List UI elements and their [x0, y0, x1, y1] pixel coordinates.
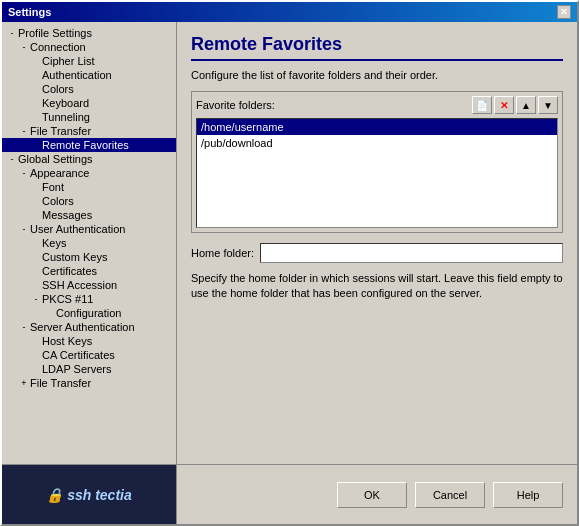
tree-item-label: Connection — [30, 41, 86, 53]
tree-item-label: File Transfer — [30, 125, 91, 137]
titlebar: Settings ✕ — [2, 2, 577, 22]
sidebar-item-certificates[interactable]: Certificates — [2, 264, 176, 278]
expand-icon: - — [6, 27, 18, 39]
window-title: Settings — [8, 6, 51, 18]
settings-window: Settings ✕ - Profile Settings - Connecti… — [0, 0, 579, 526]
sidebar-item-ssh-accession[interactable]: SSH Accession — [2, 278, 176, 292]
tree-item-label: Font — [42, 181, 64, 193]
sidebar-item-host-keys[interactable]: Host Keys — [2, 334, 176, 348]
home-folder-input[interactable] — [260, 243, 563, 263]
tree-item-label: CA Certificates — [42, 349, 115, 361]
tree-panel: - Profile Settings - Connection Cipher L… — [2, 22, 177, 464]
sidebar-item-tunneling[interactable]: Tunneling — [2, 110, 176, 124]
sidebar-item-pkcs11[interactable]: - PKCS #11 — [2, 292, 176, 306]
delete-icon: ✕ — [500, 100, 508, 111]
tree-item-label: Custom Keys — [42, 251, 107, 263]
tree-item-label: SSH Accession — [42, 279, 117, 291]
tree-item-label: File Transfer — [30, 377, 91, 389]
bottom-area: 🔒 ssh tectia OK Cancel Help — [2, 464, 577, 524]
tree-item-label: Keyboard — [42, 97, 89, 109]
delete-folder-button[interactable]: ✕ — [494, 96, 514, 114]
tree-item-label: Colors — [42, 83, 74, 95]
tree-item-label: Cipher List — [42, 55, 95, 67]
expand-icon: + — [18, 377, 30, 389]
down-arrow-icon: ▼ — [543, 100, 553, 111]
tree-item-label: Messages — [42, 209, 92, 221]
panel-description: Configure the list of favorite folders a… — [191, 69, 563, 81]
sidebar-item-font[interactable]: Font — [2, 180, 176, 194]
tree-item-label: Remote Favorites — [42, 139, 129, 151]
close-button[interactable]: ✕ — [557, 5, 571, 19]
up-arrow-icon: ▲ — [521, 100, 531, 111]
folder-toolbar: 📄 ✕ ▲ ▼ — [472, 96, 558, 114]
sidebar-item-server-authentication[interactable]: - Server Authentication — [2, 320, 176, 334]
sidebar-item-global-settings[interactable]: - Global Settings — [2, 152, 176, 166]
sidebar-item-cipher-list[interactable]: Cipher List — [2, 54, 176, 68]
button-area: OK Cancel Help — [177, 465, 577, 524]
sidebar-item-ldap-servers[interactable]: LDAP Servers — [2, 362, 176, 376]
help-button[interactable]: Help — [493, 482, 563, 508]
tree-item-label: Profile Settings — [18, 27, 92, 39]
sidebar-item-profile-settings[interactable]: - Profile Settings — [2, 26, 176, 40]
ok-button[interactable]: OK — [337, 482, 407, 508]
tree-item-label: Tunneling — [42, 111, 90, 123]
sidebar-item-configuration[interactable]: Configuration — [2, 306, 176, 320]
logo: 🔒 ssh tectia — [46, 487, 131, 503]
tree-item-label: User Authentication — [30, 223, 125, 235]
expand-icon: - — [18, 321, 30, 333]
cancel-button[interactable]: Cancel — [415, 482, 485, 508]
sidebar-item-keyboard[interactable]: Keyboard — [2, 96, 176, 110]
tree-item-label: Certificates — [42, 265, 97, 277]
main-panel: Remote Favorites Configure the list of f… — [177, 22, 577, 464]
add-folder-button[interactable]: 📄 — [472, 96, 492, 114]
move-down-button[interactable]: ▼ — [538, 96, 558, 114]
expand-icon: - — [18, 223, 30, 235]
tree-item-label: PKCS #11 — [42, 293, 93, 305]
sidebar-item-file-transfer[interactable]: - File Transfer — [2, 124, 176, 138]
logo-area: 🔒 ssh tectia — [2, 465, 177, 524]
home-folder-row: Home folder: — [191, 243, 563, 263]
move-up-button[interactable]: ▲ — [516, 96, 536, 114]
main-content: - Profile Settings - Connection Cipher L… — [2, 22, 577, 464]
tree-item-label: Keys — [42, 237, 66, 249]
sidebar-item-colors[interactable]: Colors — [2, 82, 176, 96]
panel-title: Remote Favorites — [191, 34, 563, 61]
sidebar-item-file-transfer2[interactable]: + File Transfer — [2, 376, 176, 390]
home-folder-label: Home folder: — [191, 247, 254, 259]
expand-icon: - — [6, 153, 18, 165]
tree-item-label: Server Authentication — [30, 321, 135, 333]
sidebar-item-ca-certificates[interactable]: CA Certificates — [2, 348, 176, 362]
expand-icon: - — [18, 167, 30, 179]
titlebar-title: Settings — [8, 6, 51, 18]
sidebar-item-custom-keys[interactable]: Custom Keys — [2, 250, 176, 264]
folder-list-item[interactable]: /pub/download — [197, 135, 557, 151]
sidebar-item-colors2[interactable]: Colors — [2, 194, 176, 208]
sidebar-item-appearance[interactable]: - Appearance — [2, 166, 176, 180]
sidebar-item-messages[interactable]: Messages — [2, 208, 176, 222]
sidebar-item-user-authentication[interactable]: - User Authentication — [2, 222, 176, 236]
expand-icon: - — [30, 293, 42, 305]
favorite-folders-header: Favorite folders: 📄 ✕ ▲ ▼ — [196, 96, 558, 114]
tree-item-label: Host Keys — [42, 335, 92, 347]
home-folder-description: Specify the home folder in which session… — [191, 271, 563, 302]
sidebar-item-authentication[interactable]: Authentication — [2, 68, 176, 82]
tree-item-label: LDAP Servers — [42, 363, 112, 375]
tree-item-label: Colors — [42, 195, 74, 207]
folder-list-item[interactable]: /home/username — [197, 119, 557, 135]
folder-list[interactable]: /home/username /pub/download — [196, 118, 558, 228]
sidebar-item-connection[interactable]: - Connection — [2, 40, 176, 54]
favorite-folders-label: Favorite folders: — [196, 99, 275, 111]
expand-icon: - — [18, 125, 30, 137]
tree-item-label: Appearance — [30, 167, 89, 179]
add-icon: 📄 — [476, 100, 488, 111]
sidebar-item-remote-favorites[interactable]: Remote Favorites — [2, 138, 176, 152]
sidebar-item-keys[interactable]: Keys — [2, 236, 176, 250]
expand-icon: - — [18, 41, 30, 53]
tree-item-label: Global Settings — [18, 153, 93, 165]
logo-text: 🔒 ssh tectia — [46, 487, 131, 503]
favorite-folders-box: Favorite folders: 📄 ✕ ▲ ▼ — [191, 91, 563, 233]
tree-item-label: Configuration — [56, 307, 121, 319]
tree-item-label: Authentication — [42, 69, 112, 81]
